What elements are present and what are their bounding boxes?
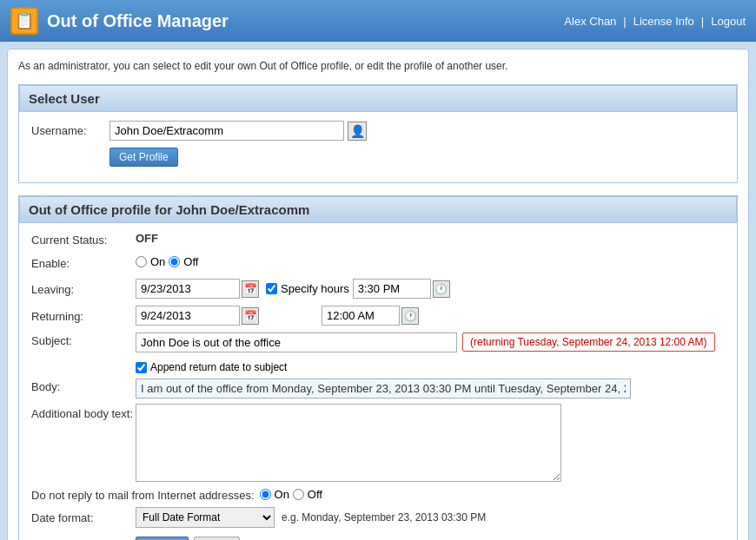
select-user-body: Username: 👤 Get Profile <box>19 112 737 182</box>
specify-hours-label[interactable]: Specify hours <box>281 282 349 295</box>
enable-on-radio[interactable] <box>136 256 147 267</box>
additional-body-label: Additional body text: <box>31 404 136 420</box>
returning-row: Returning: 📅 🕐 <box>31 306 725 326</box>
username-picker-icon[interactable]: 👤 <box>348 122 367 141</box>
no-reply-row: Do not reply to mail from Internet addre… <box>31 487 725 502</box>
leaving-date-input[interactable] <box>136 279 240 299</box>
enable-label: Enable: <box>31 255 136 270</box>
returning-date-input[interactable] <box>136 306 240 326</box>
returning-time-input[interactable] <box>322 306 400 326</box>
header-right: Alex Chan | License Info | Logout <box>564 15 746 28</box>
no-reply-on-radio[interactable] <box>260 489 271 500</box>
enable-radio-group: On Off <box>136 255 198 268</box>
leaving-row: Leaving: 📅 Specify hours 🕐 <box>31 279 725 299</box>
action-buttons: Update Reset <box>136 537 725 540</box>
no-reply-off-label[interactable]: Off <box>308 488 322 501</box>
additional-body-textarea[interactable] <box>136 404 561 482</box>
header: 📋 Out of Office Manager Alex Chan | Lice… <box>0 0 756 42</box>
no-reply-on-label[interactable]: On <box>275 488 289 501</box>
returning-calendar-icon[interactable]: 📅 <box>242 307 259 325</box>
returning-note: (returning Tuesday, September 24, 2013 1… <box>462 333 715 352</box>
date-format-example: e.g. Monday, September 23, 2013 03:30 PM <box>282 511 486 524</box>
no-reply-off-radio[interactable] <box>293 489 304 500</box>
subject-row: Subject: (returning Tuesday, September 2… <box>31 333 725 352</box>
subject-container: Subject: (returning Tuesday, September 2… <box>31 333 725 373</box>
update-button[interactable]: Update <box>136 537 189 540</box>
current-status-label: Current Status: <box>31 232 136 247</box>
no-reply-label: Do not reply to mail from Internet addre… <box>31 487 255 502</box>
subject-label: Subject: <box>31 333 136 347</box>
select-user-header: Select User <box>19 85 737 112</box>
specify-hours-checkbox[interactable] <box>266 283 277 294</box>
body-label: Body: <box>31 379 136 393</box>
username-row: Username: 👤 <box>31 121 725 141</box>
current-status-row: Current Status: OFF <box>31 232 725 247</box>
app-title: Out of Office Manager <box>47 11 229 31</box>
leaving-label: Leaving: <box>31 281 136 296</box>
subject-input[interactable] <box>136 333 457 352</box>
leaving-time-input[interactable] <box>353 279 431 299</box>
get-profile-button[interactable]: Get Profile <box>109 148 178 167</box>
leaving-calendar-icon[interactable]: 📅 <box>242 280 259 298</box>
profile-section: Out of Office profile for John Doe/Extra… <box>18 195 738 540</box>
enable-row: Enable: On Off <box>31 255 725 270</box>
username-label: Username: <box>31 124 109 137</box>
append-row: Append return date to subject <box>136 361 725 373</box>
returning-clock-icon[interactable]: 🕐 <box>401 307 419 325</box>
returning-label: Returning: <box>31 308 136 323</box>
enable-off-radio[interactable] <box>169 256 180 267</box>
logout-link[interactable]: Logout <box>711 15 746 28</box>
append-date-checkbox[interactable] <box>136 362 147 373</box>
get-profile-row: Get Profile <box>31 148 725 167</box>
date-format-row: Date format: Full Date Format Short Date… <box>31 507 725 528</box>
license-info-link[interactable]: License Info <box>633 15 694 28</box>
leaving-clock-icon[interactable]: 🕐 <box>433 280 450 298</box>
profile-section-header: Out of Office profile for John Doe/Extra… <box>19 196 737 223</box>
no-reply-radio-group: On Off <box>260 488 322 501</box>
date-format-label: Date format: <box>31 511 136 524</box>
admin-note: As an administrator, you can select to e… <box>18 60 738 72</box>
specify-hours-group: Specify hours <box>266 282 349 295</box>
body-row: Body: <box>31 379 725 398</box>
main-content: As an administrator, you can select to e… <box>7 49 749 540</box>
username-input[interactable] <box>109 121 344 141</box>
body-text-input[interactable] <box>136 379 631 398</box>
header-left: 📋 Out of Office Manager <box>10 7 229 35</box>
reset-button[interactable]: Reset <box>194 537 240 540</box>
current-status-value: OFF <box>136 232 158 245</box>
user-name[interactable]: Alex Chan <box>564 15 616 28</box>
enable-on-label[interactable]: On <box>150 255 165 268</box>
enable-off-label[interactable]: Off <box>183 255 198 268</box>
date-format-select[interactable]: Full Date Format Short Date Format Custo… <box>136 507 275 528</box>
select-user-section: Select User Username: 👤 Get Profile <box>18 84 738 183</box>
app-logo-icon: 📋 <box>10 7 38 35</box>
append-date-label[interactable]: Append return date to subject <box>150 361 287 373</box>
profile-body: Current Status: OFF Enable: On Off Leavi… <box>19 223 737 540</box>
additional-body-row: Additional body text: <box>31 404 725 482</box>
